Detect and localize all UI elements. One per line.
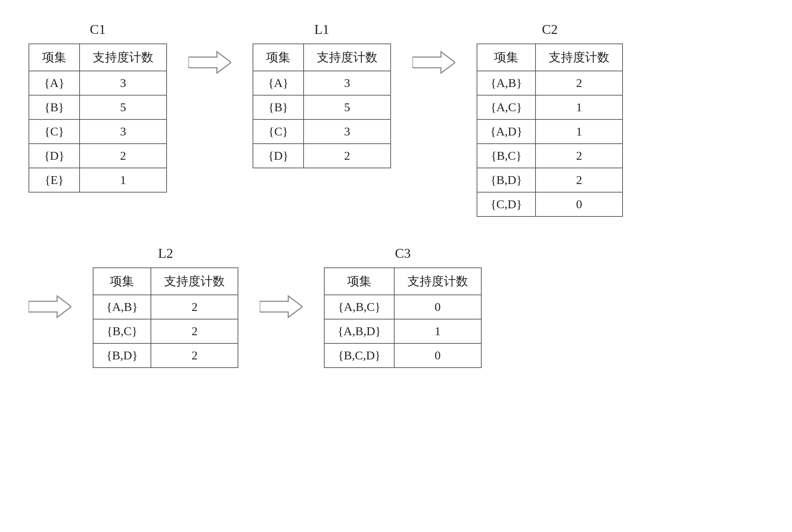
table-cell: 0	[394, 343, 481, 368]
table-cell: {E}	[29, 168, 80, 192]
table-cell: {A,C}	[477, 95, 535, 119]
l2-block: L2 项集 支持度计数 {A,B}2{B,C}2{B,D}2	[93, 245, 238, 368]
table-row: {D}2	[253, 144, 391, 168]
table-cell: {B,C}	[93, 319, 151, 343]
c3-block: C3 项集 支持度计数 {A,B,C}0{A,B,D}1{B,C,D}0	[324, 245, 481, 368]
arrow-2	[412, 50, 455, 75]
table-cell: {C,D}	[477, 192, 535, 216]
table-row: {B,D}2	[477, 168, 623, 192]
table-row: {A,B,C}0	[324, 295, 481, 319]
table-cell: 2	[80, 144, 167, 168]
table-cell: {B,D}	[93, 343, 151, 368]
table-cell: 5	[304, 95, 391, 119]
table-row: {B,C}2	[477, 144, 623, 168]
c3-col-itemset: 项集	[324, 268, 394, 295]
table-cell: 3	[304, 119, 391, 144]
table-cell: 0	[535, 192, 623, 216]
c1-col-support: 支持度计数	[80, 44, 167, 71]
table-cell: {B,D}	[477, 168, 535, 192]
table-cell: 2	[535, 168, 623, 192]
l2-col-itemset: 项集	[93, 268, 151, 295]
svg-marker-2	[29, 296, 71, 317]
table-row: {A}3	[253, 71, 391, 95]
c3-title: C3	[395, 245, 411, 261]
table-cell: {B}	[29, 95, 80, 119]
l1-block: L1 项集 支持度计数 {A}3{B}5{C}3{D}2	[253, 21, 391, 168]
table-cell: 2	[535, 144, 623, 168]
table-row: {A,B,D}1	[324, 319, 481, 343]
table-cell: {B,C,D}	[324, 343, 394, 368]
table-cell: 1	[535, 119, 623, 144]
svg-marker-0	[188, 52, 231, 73]
l1-table: 项集 支持度计数 {A}3{B}5{C}3{D}2	[253, 44, 391, 168]
table-row: {D}2	[29, 144, 167, 168]
row-1: C1 项集 支持度计数 {A}3{B}5{C}3{D}2{E}1 L1	[29, 21, 763, 217]
table-cell: 1	[80, 168, 167, 192]
svg-marker-3	[260, 296, 303, 317]
table-row: {B}5	[29, 95, 167, 119]
arrow-3	[29, 294, 71, 319]
table-cell: {A,D}	[477, 119, 535, 144]
table-row: {A}3	[29, 71, 167, 95]
l1-title: L1	[314, 21, 329, 37]
table-cell: 2	[304, 144, 391, 168]
l2-title: L2	[158, 245, 173, 261]
c2-table: 项集 支持度计数 {A,B}2{A,C}1{A,D}1{B,C}2{B,D}2{…	[477, 44, 623, 217]
table-row: {A,B}2	[477, 71, 623, 95]
l2-table: 项集 支持度计数 {A,B}2{B,C}2{B,D}2	[93, 267, 238, 368]
table-row: {B,C}2	[93, 319, 238, 343]
table-row: {B,C,D}0	[324, 343, 481, 368]
table-cell: 2	[535, 71, 623, 95]
c2-block: C2 项集 支持度计数 {A,B}2{A,C}1{A,D}1{B,C}2{B,D…	[477, 21, 623, 217]
table-cell: {A}	[253, 71, 304, 95]
table-row: {C}3	[253, 119, 391, 144]
table-row: {C,D}0	[477, 192, 623, 216]
table-cell: 0	[394, 295, 481, 319]
arrow-4	[260, 294, 303, 319]
table-cell: {A}	[29, 71, 80, 95]
table-row: {C}3	[29, 119, 167, 144]
row-2: L2 项集 支持度计数 {A,B}2{B,C}2{B,D}2 C3	[29, 245, 763, 368]
page-container: C1 项集 支持度计数 {A}3{B}5{C}3{D}2{E}1 L1	[0, 0, 792, 532]
c2-title: C2	[542, 21, 558, 37]
c2-col-support: 支持度计数	[535, 44, 623, 71]
arrow-1	[188, 50, 231, 75]
svg-marker-1	[412, 52, 455, 73]
c1-col-itemset: 项集	[29, 44, 80, 71]
table-cell: 3	[304, 71, 391, 95]
table-cell: 1	[394, 319, 481, 343]
table-row: {E}1	[29, 168, 167, 192]
table-cell: {A,B}	[93, 295, 151, 319]
table-cell: 3	[80, 119, 167, 144]
c1-table: 项集 支持度计数 {A}3{B}5{C}3{D}2{E}1	[29, 44, 167, 193]
table-cell: 2	[151, 319, 238, 343]
table-cell: {C}	[253, 119, 304, 144]
table-cell: {D}	[253, 144, 304, 168]
table-row: {A,C}1	[477, 95, 623, 119]
table-cell: 2	[151, 343, 238, 368]
table-row: {B,D}2	[93, 343, 238, 368]
table-row: {A,B}2	[93, 295, 238, 319]
table-row: {B}5	[253, 95, 391, 119]
table-cell: 3	[80, 71, 167, 95]
table-cell: {A,B}	[477, 71, 535, 95]
l2-col-support: 支持度计数	[151, 268, 238, 295]
table-cell: 5	[80, 95, 167, 119]
table-cell: 2	[151, 295, 238, 319]
c1-block: C1 项集 支持度计数 {A}3{B}5{C}3{D}2{E}1	[29, 21, 167, 193]
table-cell: {C}	[29, 119, 80, 144]
table-cell: {A,B,C}	[324, 295, 394, 319]
l1-col-support: 支持度计数	[304, 44, 391, 71]
table-cell: {B,C}	[477, 144, 535, 168]
table-cell: 1	[535, 95, 623, 119]
c2-col-itemset: 项集	[477, 44, 535, 71]
table-cell: {D}	[29, 144, 80, 168]
c3-table: 项集 支持度计数 {A,B,C}0{A,B,D}1{B,C,D}0	[324, 267, 481, 368]
table-cell: {A,B,D}	[324, 319, 394, 343]
table-row: {A,D}1	[477, 119, 623, 144]
table-cell: {B}	[253, 95, 304, 119]
c3-col-support: 支持度计数	[394, 268, 481, 295]
l1-col-itemset: 项集	[253, 44, 304, 71]
c1-title: C1	[90, 21, 106, 37]
